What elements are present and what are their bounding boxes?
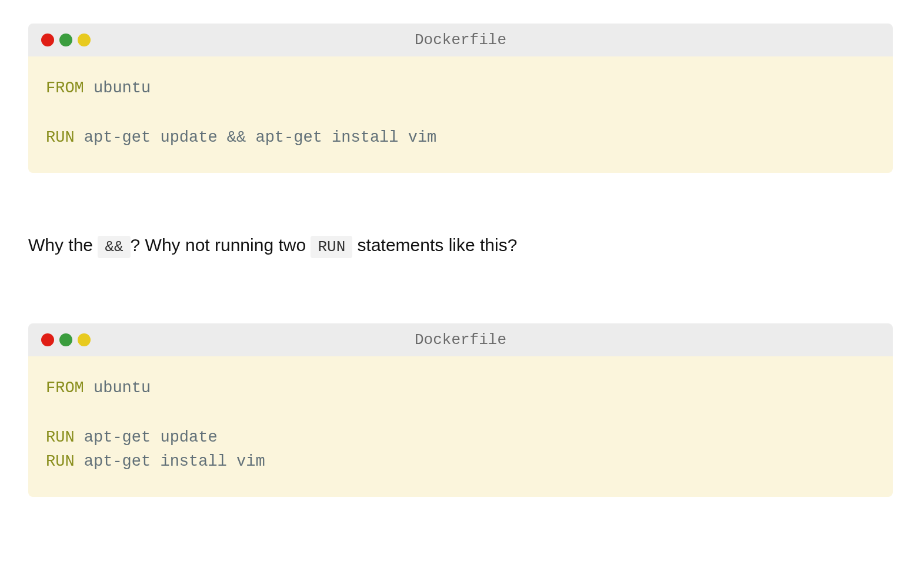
code-block-2: Dockerfile FROM ubuntu RUN apt-get updat… (28, 323, 893, 497)
keyword: FROM (46, 379, 84, 397)
window-title: Dockerfile (41, 31, 880, 49)
keyword: RUN (46, 129, 75, 146)
text: Why the (28, 235, 98, 255)
code-line: RUN apt-get update (46, 426, 875, 450)
code-line: FROM ubuntu (46, 376, 875, 401)
maximize-icon (78, 333, 91, 346)
code-text: apt-get install vim (75, 453, 265, 470)
close-icon (41, 34, 54, 46)
code-line: FROM ubuntu (46, 76, 875, 101)
window-title: Dockerfile (41, 331, 880, 349)
inline-code: && (98, 236, 130, 258)
code-body: FROM ubuntu RUN apt-get update && apt-ge… (28, 56, 893, 173)
explanation-paragraph: Why the &&? Why not running two RUN stat… (28, 232, 893, 259)
keyword: RUN (46, 453, 75, 470)
code-text: ubuntu (84, 79, 151, 97)
blank-line (46, 401, 875, 426)
keyword: RUN (46, 429, 75, 446)
close-icon (41, 333, 54, 346)
minimize-icon (59, 333, 72, 346)
traffic-lights (41, 34, 91, 46)
titlebar: Dockerfile (28, 24, 893, 56)
code-line: RUN apt-get install vim (46, 450, 875, 475)
inline-code: RUN (311, 236, 352, 258)
traffic-lights (41, 333, 91, 346)
blank-line (46, 101, 875, 126)
code-block-1: Dockerfile FROM ubuntu RUN apt-get updat… (28, 24, 893, 173)
code-text: apt-get update && apt-get install vim (75, 129, 437, 146)
code-text: ubuntu (84, 379, 151, 397)
code-text: apt-get update (75, 429, 218, 446)
keyword: FROM (46, 79, 84, 97)
text: statements like this? (352, 235, 517, 255)
code-body: FROM ubuntu RUN apt-get update RUN apt-g… (28, 356, 893, 497)
maximize-icon (78, 34, 91, 46)
code-line: RUN apt-get update && apt-get install vi… (46, 126, 875, 151)
titlebar: Dockerfile (28, 323, 893, 356)
text: ? Why not running two (131, 235, 311, 255)
minimize-icon (59, 34, 72, 46)
